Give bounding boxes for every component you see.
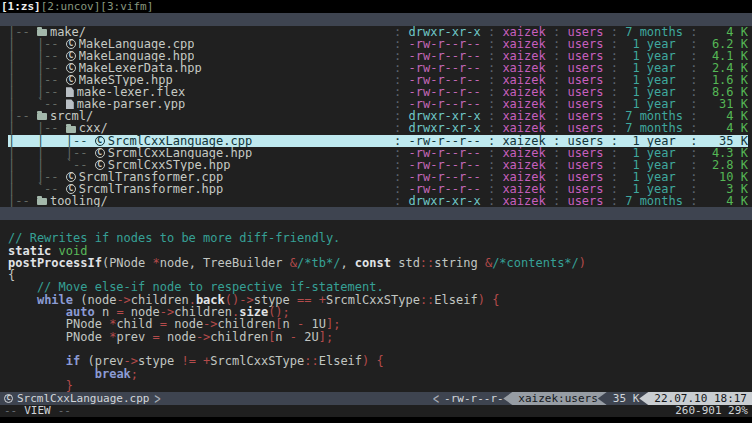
mode-dash-left: -- [4, 405, 17, 417]
permissions: -rw-r--r-- [408, 171, 480, 183]
c-source-icon: C [95, 160, 105, 170]
tree-row[interactable]: | | |-- CSrcmlCxxLanguage.cpp:-rw-r--r--… [8, 135, 748, 147]
column-separator: : [604, 147, 626, 159]
permissions: -rw-r--r-- [408, 135, 480, 147]
owner: xaizek [502, 122, 545, 134]
c-source-icon: C [66, 39, 76, 49]
tree-row[interactable]: | |-- cxx/:drwxr-xr-x:xaizek:users:7 mon… [8, 123, 748, 135]
file-icon [66, 87, 74, 97]
column-separator: : [387, 135, 409, 147]
column-separator: : [604, 195, 626, 207]
file-name: SrcmlCxxSType.hpp [108, 159, 231, 171]
mode-line: -- VIEW -- 260-901 29% [0, 405, 752, 417]
file-size: 4 K [705, 195, 748, 207]
status-right: < -rw-r--r--xaizek:users35 K22.07.10 18:… [428, 392, 752, 405]
preview-header: File: SrcmlCxxLanguage.cpp [0, 207, 752, 220]
owner: xaizek [502, 135, 545, 147]
chevron-right-icon: > [154, 392, 160, 405]
folder-icon [66, 126, 76, 133]
chevron-left-icon: < [433, 392, 439, 405]
modified-time: 1 year [625, 171, 683, 183]
column-separator: : [683, 147, 705, 159]
status-right-segments: -rw-r--r--xaizek:users35 K22.07.10 18:17 [444, 392, 752, 405]
folder-icon [37, 113, 47, 120]
modified-time: 1 year [625, 159, 683, 171]
column-separator: : [481, 147, 503, 159]
file-name: MakeLanguage.hpp [79, 50, 195, 62]
file-name: MakeLanguage.cpp [79, 38, 195, 50]
file-name: cxx/ [79, 122, 108, 134]
file-name: make-parser.ypp [77, 98, 185, 110]
column-separator: : [481, 159, 503, 171]
tree-branch: | |-- [8, 171, 66, 183]
file-tree: |-- make/:drwxr-xr-x:xaizek:users:7 mont… [0, 26, 752, 207]
mode-dash-right: -- [58, 405, 71, 417]
tree-row[interactable]: | |-- CSrcmlTransformer.cpp:-rw-r--r--:x… [8, 171, 748, 183]
file-name: MakeLexerData.hpp [79, 62, 202, 74]
column-separator: : [604, 159, 626, 171]
tmux-window-tab[interactable]: [2:uncov] [41, 0, 101, 13]
tmux-window-tab[interactable]: [1:zs] [1, 0, 41, 13]
file-name: SrcmlCxxLanguage.cpp [108, 135, 253, 147]
tree-branch: | | |-- [8, 135, 95, 147]
tree-branch: | |-- [8, 122, 66, 134]
file-size: 4 K [705, 122, 748, 134]
code-line: break; [8, 368, 752, 380]
column-separator: : [546, 159, 568, 171]
column-separator: : [387, 171, 409, 183]
tree-row[interactable]: | | |-- CSrcmlCxxLanguage.hpp:-rw-r--r--… [8, 147, 748, 159]
group: users [567, 122, 603, 134]
group: users [567, 147, 603, 159]
code-line: } [8, 380, 752, 392]
permissions: -rw-r--r-- [408, 147, 480, 159]
c-source-icon: C [66, 51, 76, 61]
group: users [567, 195, 603, 207]
status-segment: xaizek:users [503, 392, 606, 405]
column-separator: : [604, 171, 626, 183]
column-separator: : [546, 147, 568, 159]
c-source-icon: C [66, 75, 76, 85]
status-segment: 22.07.10 18:17 [639, 392, 752, 405]
file-name: MakeSType.hpp [79, 74, 173, 86]
column-separator: : [546, 122, 568, 134]
file-size: 35 K [705, 135, 748, 147]
column-separator: : [387, 122, 409, 134]
file-name: SrcmlTransformer.cpp [79, 171, 224, 183]
owner: xaizek [502, 171, 545, 183]
owner: xaizek [502, 159, 545, 171]
column-separator: : [481, 122, 503, 134]
file-name: SrcmlTransformer.hpp [79, 183, 224, 195]
c-source-icon: C [95, 148, 105, 158]
tree-row[interactable]: |-- tooling/:drwxr-xr-x:xaizek:users:7 m… [8, 195, 748, 207]
folder-icon [37, 29, 47, 36]
column-separator: : [481, 195, 503, 207]
permissions: drwxr-xr-x [408, 122, 480, 134]
c-source-icon: C [66, 63, 76, 73]
code-preview: // Rewrites if nodes to be more diff-fri… [0, 220, 752, 392]
permissions: drwxr-xr-x [408, 195, 480, 207]
file-name: SrcmlCxxLanguage.hpp [108, 147, 253, 159]
permissions: -rw-r--r-- [408, 159, 480, 171]
tmux-window-list: [1:zs][2:uncov][3:vifm] [1, 0, 153, 13]
file-size: 2.8 K [705, 159, 748, 171]
status-segment: -rw-r--r-- [444, 392, 512, 405]
column-separator: : [481, 135, 503, 147]
tree-row[interactable]: | | `-- CSrcmlCxxSType.hpp:-rw-r--r--:xa… [8, 159, 748, 171]
column-separator: : [387, 195, 409, 207]
column-separator: : [387, 159, 409, 171]
column-separator: : [604, 122, 626, 134]
tmux-status-bar: [1:zs][2:uncov][3:vifm] [0, 0, 752, 13]
column-separator: : [481, 171, 503, 183]
folder-icon [37, 198, 47, 205]
owner: xaizek [502, 195, 545, 207]
column-separator: : [546, 195, 568, 207]
owner: xaizek [502, 147, 545, 159]
column-separator: : [683, 171, 705, 183]
code-line: postProcessIf(PNode *node, TreeBuilder &… [8, 257, 752, 269]
file-size: 4.3 K [705, 147, 748, 159]
tmux-window-tab[interactable]: [3:vifm] [100, 0, 153, 13]
tree-branch: | | `-- [8, 159, 95, 171]
column-separator: : [546, 171, 568, 183]
c-source-icon: C [4, 394, 13, 403]
column-separator: : [546, 135, 568, 147]
